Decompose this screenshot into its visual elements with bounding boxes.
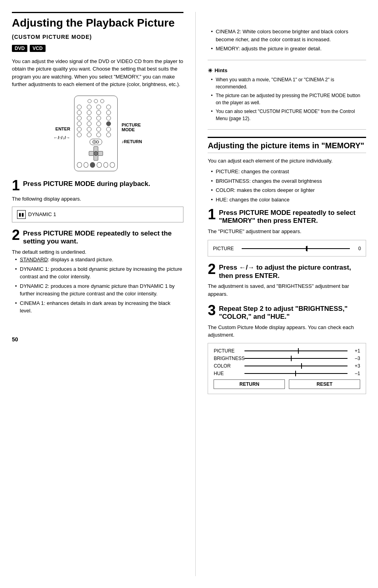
hint-icon: ☀: [208, 67, 213, 74]
enter-label: ENTER: [53, 126, 70, 131]
nb6: [87, 110, 92, 115]
memory-display-box: PICTURE +1 BRIGHTNESS –3 COLOR: [208, 343, 366, 394]
hint-2: The picture can be adjusted by pressing …: [211, 92, 366, 106]
rb5: [103, 162, 109, 168]
format-badges: DVD VCD: [12, 45, 183, 52]
vcd-badge: VCD: [30, 45, 45, 52]
nb19: [96, 127, 101, 132]
hint-1: When you watch a movie, "CINEMA 1" or "C…: [211, 76, 366, 90]
remote-top-btn3: [100, 99, 104, 103]
nb17: [77, 127, 82, 132]
step1-body-text: The following display appears.: [12, 195, 183, 203]
nb20: [106, 127, 111, 132]
divider1: [208, 60, 366, 60]
remote-labels-right: PICTUREMODE ♪RETURN: [122, 123, 142, 144]
picture-bar-track: [242, 248, 350, 249]
mem-color: COLOR: makes the colors deeper or lighte…: [211, 186, 366, 194]
memory-buttons: RETURN RESET: [214, 379, 360, 389]
nb15: [96, 121, 101, 126]
mode-cinema1: CINEMA 1: enhances details in dark areas…: [15, 299, 183, 315]
section2-title: Adjusting the picture items in "MEMORY": [208, 137, 366, 153]
memory-indicator-color: [301, 363, 302, 369]
mode-memory: MEMORY: adjusts the picture in greater d…: [211, 45, 366, 53]
picture-mode-label: PICTUREMODE: [122, 123, 142, 132]
nb2: [87, 105, 92, 109]
step1-body: The following display appears. ▮▮ DYNAMI…: [12, 195, 183, 223]
memory-track-hue: [244, 373, 347, 374]
mem-hue: HUE: changes the color balance: [211, 196, 366, 204]
mode-standard: STANDARD: displays a standard picture.: [15, 256, 183, 264]
remote-top-btn1: [88, 99, 92, 103]
nav-label: ←/↑/↓/→: [53, 135, 70, 140]
remote-labels-left: ENTER ←/↑/↓/→: [53, 126, 70, 140]
right-column: CINEMA 2: White colors become brighter a…: [196, 12, 366, 576]
step2-heading: 2 Press PICTURE MODE repeatedly to selec…: [12, 228, 183, 246]
nb13: [77, 121, 82, 126]
remote-top-btn2: [94, 99, 98, 103]
dvd-badge: DVD: [12, 45, 27, 52]
picture-bar-value: 0: [353, 246, 361, 251]
nb12: [106, 116, 111, 121]
enter-btn[interactable]: [90, 139, 102, 145]
rb1: [77, 162, 82, 168]
right-step1-number: 1: [208, 207, 216, 222]
nb14: [87, 121, 92, 126]
hint-3: You can also select "CUSTOM PICTURE MODE…: [211, 108, 366, 122]
page-title: Adjusting the Playback Picture (CUSTOM P…: [12, 12, 183, 42]
memory-value-brightness: –3: [351, 356, 360, 361]
reset-button[interactable]: RESET: [289, 379, 360, 389]
right-step3-body-text: The Custom Picture Mode display appears.…: [208, 324, 366, 339]
step1-heading: 1 Press PICTURE MODE during playback.: [12, 178, 183, 193]
right-step1-body-text: The "PICTURE" adjustment bar appears.: [208, 228, 366, 236]
right-step3-number: 3: [208, 303, 216, 318]
right-step1: 1 Press PICTURE MODE repeatedly to selec…: [208, 207, 366, 257]
picture-bar-indicator: [307, 246, 307, 251]
right-step3-text: Repeat Step 2 to adjust "BRIGHTNESS," "C…: [219, 303, 366, 321]
display-text: DYNAMIC 1: [28, 211, 56, 218]
memory-indicator-hue: [295, 371, 296, 376]
memory-row-picture: PICTURE +1: [214, 348, 360, 354]
step1-text: Press PICTURE MODE during playback.: [23, 178, 150, 188]
right-step2: 2 Press ←/→ to adjust the picture contra…: [208, 262, 366, 298]
right-step1-heading: 1 Press PICTURE MODE repeatedly to selec…: [208, 207, 366, 225]
right-step2-body: The adjustment is saved, and "BRIGHTNESS…: [208, 282, 366, 298]
hints-title: ☀ Hints: [208, 67, 366, 74]
rb3: [90, 162, 95, 168]
memory-track-picture: [244, 351, 347, 351]
picture-bar-label: PICTURE: [213, 246, 239, 251]
right-step3-body: The Custom Picture Mode display appears.…: [208, 324, 366, 339]
dpad-center: [94, 151, 98, 156]
display-box-dynamic: ▮▮ DYNAMIC 1: [12, 207, 183, 222]
page-footer: 50: [12, 320, 183, 343]
mode-dynamic1: DYNAMIC 1: produces a bold dynamic pictu…: [15, 265, 183, 281]
step2-number: 2: [12, 228, 20, 242]
memory-value-color: +3: [351, 363, 360, 369]
nb5: [77, 110, 82, 115]
svg-point-2: [94, 141, 95, 142]
right-step2-body-text: The adjustment is saved, and "BRIGHTNESS…: [208, 282, 366, 298]
remote-numpad: [77, 105, 115, 137]
return-button[interactable]: RETURN: [214, 379, 285, 389]
step2-body-text: The default setting is underlined.: [12, 248, 183, 256]
right-step1-body: The "PICTURE" adjustment bar appears.: [208, 228, 366, 236]
picture-bar-box: PICTURE 0: [208, 240, 366, 257]
mem-picture: PICTURE: changes the contrast: [211, 168, 366, 176]
memory-indicator-brightness: [291, 356, 292, 361]
rb4: [97, 162, 102, 168]
right-step2-text: Press ←/→ to adjust the picture contrast…: [219, 262, 366, 280]
memory-label-color: COLOR: [214, 363, 241, 369]
page-number: 50: [12, 328, 183, 343]
dpad[interactable]: [89, 146, 103, 161]
mode-dynamic2: DYNAMIC 2: produces a more dynamic pictu…: [15, 282, 183, 298]
nb7: [96, 110, 101, 115]
nb11: [96, 116, 101, 121]
hints-list: When you watch a movie, "CINEMA 1" or "C…: [208, 76, 366, 122]
right-step3: 3 Repeat Step 2 to adjust "BRIGHTNESS," …: [208, 303, 366, 394]
memory-label-brightness: BRIGHTNESS: [214, 356, 241, 361]
nb22: [87, 132, 92, 137]
remote-diagram: ENTER ←/↑/↓/→: [12, 96, 183, 171]
remote-enter-row: [77, 139, 115, 145]
cinema-bullets: CINEMA 2: White colors become brighter a…: [208, 28, 366, 53]
title-text: Adjusting the Playback Picture: [12, 17, 175, 29]
right-step3-heading: 3 Repeat Step 2 to adjust "BRIGHTNESS," …: [208, 303, 366, 321]
